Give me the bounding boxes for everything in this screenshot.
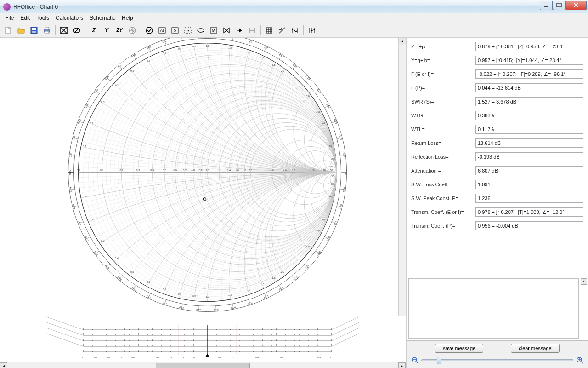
zoom-out-icon[interactable]	[411, 356, 418, 364]
svg-text:0.10: 0.10	[162, 39, 168, 43]
result-value-field[interactable]	[475, 69, 583, 79]
svg-line-54	[216, 38, 216, 39]
horizontal-scrollbar[interactable]: ◂ ▸	[0, 362, 406, 368]
menu-tools[interactable]: Tools	[33, 14, 52, 22]
result-value-field[interactable]	[475, 221, 583, 230]
omega-icon[interactable]: ω	[156, 24, 169, 37]
svg-text:0.41: 0.41	[146, 295, 152, 299]
result-value-field[interactable]	[475, 166, 583, 175]
result-value-field[interactable]	[475, 56, 583, 65]
message-textarea[interactable]	[408, 278, 579, 339]
svg-text:0.4: 0.4	[150, 169, 154, 172]
menu-calculators[interactable]: Calculators	[52, 14, 86, 22]
svg-text:0.2: 0.2	[90, 122, 94, 125]
folder-open-icon[interactable]	[15, 24, 28, 37]
result-value-field[interactable]	[475, 125, 583, 134]
result-row: WTG=	[411, 110, 583, 121]
clear-message-button[interactable]: clear message	[511, 344, 560, 353]
ellipse-icon[interactable]	[194, 24, 207, 37]
message-scroll-up[interactable]: ▴	[581, 278, 587, 285]
result-value-field[interactable]	[475, 97, 583, 106]
scroll-right-button[interactable]: ▸	[398, 362, 406, 368]
svg-text:1.0: 1.0	[206, 45, 209, 47]
y-mode-icon[interactable]: Y	[100, 24, 113, 37]
result-value-field[interactable]	[475, 83, 583, 92]
result-value-field[interactable]	[475, 42, 583, 51]
app-icon	[3, 3, 11, 11]
scroll-left-button[interactable]: ◂	[0, 362, 7, 368]
result-value-field[interactable]	[475, 138, 583, 148]
result-label: Attenuation =	[411, 168, 475, 173]
result-value-field[interactable]	[475, 180, 583, 189]
scroll-up-button[interactable]: ▴	[399, 38, 406, 45]
svg-text:0.1: 0.1	[83, 145, 86, 148]
grid-icon[interactable]	[263, 24, 276, 37]
m-box-icon[interactable]: M	[207, 24, 220, 37]
zy-mode-icon[interactable]: ZY	[113, 24, 126, 37]
check-circle-icon[interactable]	[143, 24, 156, 37]
svg-line-52	[199, 38, 199, 39]
smith-chart-canvas[interactable]: 0.000.010.020.030.040.050.060.070.080.09…	[0, 38, 406, 316]
zoom-slider[interactable]	[421, 359, 573, 361]
svg-text:1.0: 1.0	[206, 169, 209, 172]
svg-text:0.1: 0.1	[218, 356, 221, 359]
bowtie-icon[interactable]	[220, 24, 233, 37]
save-message-button[interactable]: save message	[435, 344, 483, 353]
result-value-field[interactable]	[475, 207, 583, 217]
result-value-field[interactable]	[475, 194, 583, 203]
svg-text:0.18: 0.18	[293, 63, 298, 69]
z-mode-icon[interactable]: Z	[87, 24, 100, 37]
menu-edit[interactable]: Edit	[17, 14, 33, 22]
svg-point-270	[196, 172, 406, 316]
result-row: Γ (P)=	[411, 83, 583, 93]
svg-text:0.7: 0.7	[163, 288, 166, 291]
printer-icon[interactable]	[40, 24, 53, 37]
scroll-thumb[interactable]	[156, 363, 249, 368]
arrow-right-icon[interactable]	[233, 24, 246, 37]
svg-point-188	[79, 172, 406, 316]
new-file-icon[interactable]	[2, 24, 15, 37]
align-icon[interactable]	[246, 24, 259, 37]
svg-text:0.4: 0.4	[115, 257, 119, 259]
maximize-button[interactable]	[553, 1, 565, 10]
svg-text:0.7: 0.7	[163, 52, 166, 55]
svg-point-195	[193, 38, 406, 172]
svg-point-185	[14, 38, 406, 172]
svg-point-261	[157, 38, 406, 172]
svg-text:0.29: 0.29	[326, 236, 330, 242]
toolbar-separator	[55, 25, 56, 35]
svg-line-50	[181, 38, 182, 41]
line-x-icon[interactable]	[276, 24, 288, 37]
menu-help[interactable]: Help	[119, 14, 136, 22]
result-row: SWR (S)=	[411, 97, 583, 107]
zoom-thumb[interactable]	[437, 357, 441, 364]
close-button[interactable]	[565, 1, 587, 10]
vertical-scrollbar[interactable]: ▴	[398, 38, 406, 316]
zoom-in-icon[interactable]	[576, 356, 583, 364]
result-value-field[interactable]	[475, 152, 583, 161]
compass-icon[interactable]	[126, 24, 139, 37]
svg-text:0.3: 0.3	[101, 101, 105, 104]
result-row: S.W. Peak Const. P=	[411, 193, 583, 203]
minimize-button[interactable]	[540, 1, 553, 10]
svg-line-56	[232, 38, 233, 41]
s-box-icon[interactable]: S	[169, 24, 181, 37]
svg-point-234	[0, 172, 406, 316]
toolbar-separator	[141, 25, 141, 35]
cross-square-icon[interactable]	[57, 24, 70, 37]
save-icon[interactable]	[28, 24, 40, 37]
result-value-field[interactable]	[475, 111, 583, 120]
s-box2-icon[interactable]: S	[181, 24, 194, 37]
svg-point-186	[14, 172, 406, 316]
svg-text:0.04: 0.04	[84, 103, 89, 109]
sliders-icon[interactable]	[305, 24, 318, 37]
svg-point-250	[29, 172, 406, 316]
wave-icon[interactable]	[288, 24, 301, 37]
menu-file[interactable]: File	[2, 14, 17, 22]
scroll-track[interactable]	[7, 362, 398, 368]
svg-text:1.4: 1.4	[246, 51, 250, 54]
oval-strike-icon[interactable]	[70, 24, 83, 37]
menu-schematic[interactable]: Schematic	[86, 14, 119, 22]
svg-point-273	[210, 38, 406, 172]
svg-text:0.4: 0.4	[156, 356, 159, 359]
